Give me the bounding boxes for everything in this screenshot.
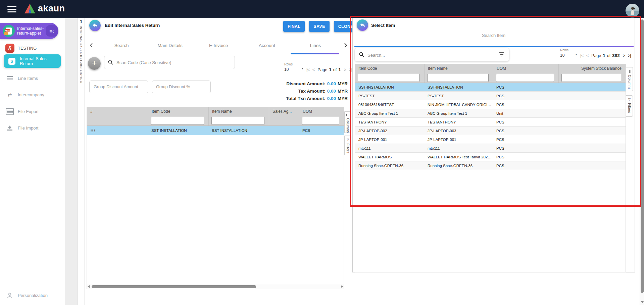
sidebar-item-internal-sales-return[interactable]: $Internal Sales Return bbox=[4, 54, 61, 68]
table-row[interactable]: PS-TESTPS-TESTPCS bbox=[355, 92, 626, 100]
column-filter-input[interactable] bbox=[496, 74, 554, 82]
tab-account[interactable]: Account bbox=[243, 41, 291, 48]
sidebar-item-file-import[interactable]: File Import bbox=[0, 122, 65, 134]
next-page-button[interactable]: > bbox=[623, 53, 625, 58]
column-header[interactable]: Item Name bbox=[208, 107, 269, 116]
first-page-button[interactable]: |< bbox=[580, 53, 583, 58]
back-button[interactable] bbox=[89, 20, 101, 31]
add-line-button[interactable]: + bbox=[88, 57, 101, 70]
table-row[interactable]: 081364361846TESTNIN JIOM HERBAL CANDY OR… bbox=[355, 100, 626, 109]
app-root: akaun SALES Internal-sales-return-applet… bbox=[0, 0, 644, 305]
page-number: 1 bbox=[603, 53, 605, 58]
table-row[interactable]: mto111mto111PCS bbox=[355, 144, 626, 153]
person-icon bbox=[5, 292, 14, 298]
table-row[interactable]: ABC Group Item Test 1ABC Group Item Test… bbox=[355, 109, 626, 118]
menu-icon[interactable] bbox=[7, 6, 16, 12]
chevron-down-icon: ▾ bbox=[302, 67, 303, 72]
listing-tab-strip[interactable]: 1 INTERNAL SALES RETURN LISTING bbox=[78, 18, 85, 305]
column-header[interactable]: UOM bbox=[493, 64, 558, 73]
scroll-left-arrow[interactable] bbox=[88, 285, 90, 288]
columns-icon bbox=[628, 70, 631, 73]
column-filter-input[interactable] bbox=[427, 74, 489, 82]
save-button[interactable]: SAVE bbox=[309, 21, 329, 32]
tab-main-details[interactable]: Main Details bbox=[146, 41, 194, 48]
prev-page-button[interactable]: < bbox=[312, 67, 314, 72]
sidebar-collapse-icon[interactable]: ≡‹ bbox=[46, 25, 58, 37]
item-search-input[interactable] bbox=[367, 48, 492, 62]
tab-search[interactable]: Search bbox=[97, 41, 146, 48]
scan-code-input[interactable] bbox=[104, 56, 235, 69]
column-header[interactable]: Item Name bbox=[424, 64, 493, 73]
group-discount-percent-input[interactable] bbox=[152, 81, 211, 93]
side-tab-filters[interactable]: ▽Filters bbox=[344, 136, 351, 155]
sidebar-item-line-items[interactable]: Line Items bbox=[0, 72, 65, 84]
last-page-button[interactable]: >| bbox=[349, 67, 352, 72]
column-header[interactable]: Item Code bbox=[355, 64, 424, 73]
sidebar-item-testing[interactable]: XTESTING bbox=[0, 42, 65, 54]
column-header[interactable]: UOM bbox=[299, 107, 344, 116]
funnel-icon: ▽ bbox=[347, 138, 349, 141]
final-button[interactable]: FINAL bbox=[283, 21, 305, 32]
side-tab-columns[interactable]: Columns bbox=[344, 111, 351, 133]
vertical-scrollbar-thumb[interactable] bbox=[641, 19, 644, 293]
table-row[interactable]: JP-LAPTOP-002JP-LAPTOP-003PCS bbox=[355, 126, 626, 135]
horizontal-scrollbar-thumb[interactable] bbox=[92, 285, 256, 288]
column-header[interactable]: Sales Ag... bbox=[269, 107, 299, 116]
first-page-button[interactable]: |< bbox=[306, 67, 309, 72]
table-row[interactable]: TESTANTHONYTESTANTHONYPCS bbox=[355, 118, 626, 126]
sidebar-item-file-export[interactable]: File Export bbox=[0, 106, 65, 117]
tab-lines[interactable]: Lines bbox=[291, 41, 340, 48]
table-row[interactable]: SST-INSTALLATIONSST-INSTALLATIONPCS bbox=[355, 83, 626, 92]
filter-icon[interactable] bbox=[499, 52, 504, 57]
column-filter-input[interactable] bbox=[561, 74, 621, 82]
sidebar-item-personalization[interactable]: Personalization bbox=[0, 290, 65, 301]
column-header[interactable]: # bbox=[87, 107, 148, 116]
table-row[interactable]: Running Shoe-GREEN-36Running Shoe-GREEN-… bbox=[355, 161, 626, 170]
prev-page-button[interactable]: < bbox=[586, 53, 588, 58]
group-discount-amount-input[interactable] bbox=[89, 81, 148, 93]
applet-pill[interactable]: SALES Internal-sales-return-applet ≡‹ bbox=[0, 23, 58, 39]
rows-per-page-select[interactable]: 10▾ bbox=[560, 53, 577, 59]
drag-handle-icon[interactable] bbox=[90, 129, 95, 132]
column-filter-input[interactable] bbox=[302, 117, 339, 125]
export-table-icon bbox=[6, 108, 14, 115]
side-tab-label: Columns bbox=[628, 75, 632, 89]
total-value: 0.00 bbox=[327, 89, 336, 94]
scroll-down-arrow[interactable] bbox=[641, 301, 644, 303]
sidebar-gap bbox=[65, 18, 78, 305]
sidebar: SALES Internal-sales-return-applet ≡‹ XT… bbox=[0, 18, 65, 305]
table-row[interactable]: SST-INSTALLATIONSST-INSTALLATIONPCS bbox=[87, 126, 344, 135]
select-item-back-button[interactable] bbox=[357, 19, 368, 31]
tabs-scroll-left-icon[interactable] bbox=[89, 43, 93, 48]
brand-text: akaun bbox=[38, 3, 65, 14]
scroll-right-arrow[interactable] bbox=[341, 285, 343, 288]
page-label: Page bbox=[317, 67, 327, 72]
pagination-left: |<<Page1of1>>| bbox=[306, 67, 352, 72]
table-row[interactable]: JP-LAPTOP-001JP-LAPTOP-001PCS bbox=[355, 135, 626, 144]
column-filter-input[interactable] bbox=[211, 117, 264, 125]
next-page-button[interactable]: > bbox=[344, 67, 346, 72]
select-item-panel: Select Item Search Item Rows 10▾ |<<Page… bbox=[352, 18, 635, 272]
column-filter-input[interactable] bbox=[358, 74, 419, 82]
sidebar-item-intercompany[interactable]: ⇄Intercompany bbox=[0, 89, 65, 100]
side-tab-columns[interactable]: Columns bbox=[626, 67, 633, 91]
currency-label: MYR bbox=[338, 89, 348, 94]
rows-per-page-select[interactable]: 10▾ bbox=[284, 67, 303, 73]
table-row[interactable]: WALLET HARMOSWALLET HARMOS Test Tanvir 2… bbox=[355, 153, 626, 161]
filter-row bbox=[87, 116, 344, 126]
side-tab-label: Columns bbox=[346, 118, 350, 133]
tabs-scroll-right-icon[interactable] bbox=[344, 43, 348, 48]
column-filter-input[interactable] bbox=[151, 117, 204, 125]
avatar[interactable] bbox=[626, 4, 639, 17]
column-header[interactable]: System Stock Balance bbox=[558, 64, 626, 73]
column-header[interactable]: Item Code bbox=[148, 107, 208, 116]
total-pages: 1 bbox=[338, 67, 341, 72]
rows-label: Rows bbox=[560, 48, 568, 52]
sidebar-item-label: Intercompany bbox=[18, 92, 44, 97]
total-label: Tax Amount: bbox=[298, 89, 326, 94]
avatar-photo bbox=[626, 4, 639, 17]
tab-e-invoice[interactable]: E-Invoice bbox=[194, 41, 243, 48]
last-page-button[interactable]: >| bbox=[628, 53, 631, 58]
search-icon bbox=[359, 52, 364, 57]
side-tab-filters[interactable]: ▽Filters bbox=[626, 95, 633, 117]
